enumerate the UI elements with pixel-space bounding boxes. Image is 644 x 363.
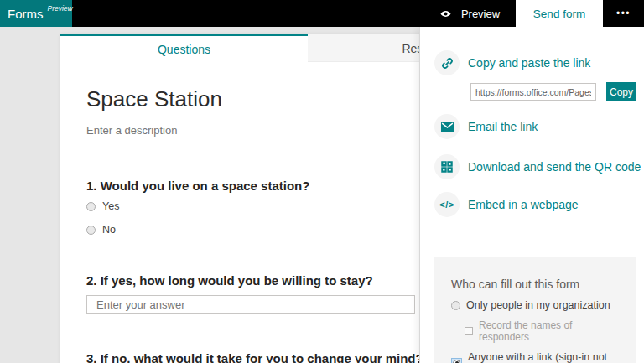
- embed-label: Embed in a webpage: [468, 192, 579, 217]
- forms-logo[interactable]: Forms Preview: [0, 0, 72, 27]
- checkbox-icon[interactable]: [465, 327, 473, 335]
- email-link-label: Email the link: [468, 114, 538, 139]
- option-yes-label: Yes: [102, 200, 119, 212]
- option-anyone-with-link[interactable]: Anyone with a link (sign-in not required…: [451, 351, 619, 363]
- envelope-icon: [434, 114, 460, 139]
- eye-icon: [439, 8, 452, 20]
- qr-code-action[interactable]: Download and send the QR code: [420, 154, 644, 179]
- more-button[interactable]: •••: [603, 0, 644, 27]
- app-window: Forms Preview Preview Send form ••• Ques…: [0, 0, 644, 363]
- preview-badge: Preview: [48, 4, 73, 13]
- radio-icon[interactable]: [86, 202, 96, 211]
- copy-link-action[interactable]: Copy and paste the link: [420, 50, 644, 75]
- anyone-with-link-label: Anyone with a link (sign-in not required…: [468, 351, 619, 363]
- option-no-label: No: [102, 224, 116, 236]
- qr-code-label: Download and send the QR code: [468, 154, 641, 179]
- share-link-input[interactable]: [470, 83, 596, 101]
- email-link-action[interactable]: Email the link: [420, 114, 644, 139]
- permissions-heading: Who can fill out this form: [451, 277, 619, 291]
- radio-icon[interactable]: [451, 301, 460, 310]
- option-record-names[interactable]: Record the names of responders: [465, 319, 619, 343]
- embed-action[interactable]: </> Embed in a webpage: [420, 192, 644, 217]
- record-names-label: Record the names of responders: [479, 319, 619, 343]
- copy-link-label: Copy and paste the link: [468, 50, 590, 75]
- send-form-label: Send form: [533, 8, 585, 20]
- code-icon: </>: [434, 192, 460, 217]
- option-only-organization[interactable]: Only people in my organization: [451, 299, 619, 311]
- copy-button[interactable]: Copy: [606, 82, 636, 101]
- preview-button[interactable]: Preview: [431, 0, 508, 27]
- send-form-button[interactable]: Send form: [516, 0, 603, 27]
- preview-label: Preview: [461, 8, 500, 20]
- top-bar: Forms Preview Preview Send form •••: [0, 0, 644, 27]
- share-link-row: Copy: [420, 82, 644, 102]
- qr-code-icon: [434, 154, 460, 179]
- ellipsis-icon: •••: [616, 8, 631, 19]
- answer-input[interactable]: [86, 295, 415, 314]
- permissions-panel: Who can fill out this form Only people i…: [434, 257, 636, 363]
- link-icon: [434, 50, 460, 75]
- radio-selected-icon[interactable]: [451, 358, 462, 363]
- tab-questions-label: Questions: [158, 43, 210, 56]
- only-organization-label: Only people in my organization: [466, 299, 610, 311]
- tab-questions[interactable]: Questions: [60, 34, 308, 62]
- app-title: Forms: [8, 7, 44, 21]
- send-form-panel: Copy and paste the link Copy Email the l…: [419, 27, 644, 363]
- radio-icon[interactable]: [86, 226, 96, 235]
